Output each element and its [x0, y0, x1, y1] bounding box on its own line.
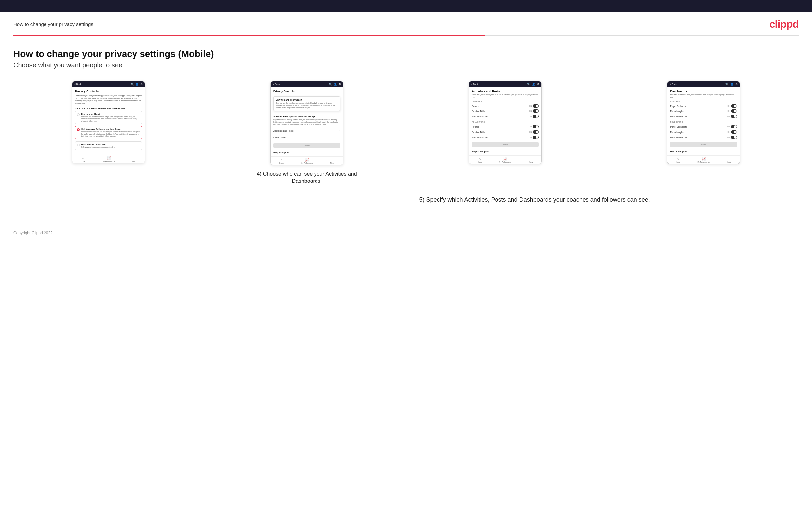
dashboards-label: Dashboards [273, 136, 286, 139]
mob-content-2: Privacy Controls Only You and Your Coach… [271, 87, 343, 156]
coaches-rounds-label: Rounds [471, 105, 479, 107]
toggle-followers-drills[interactable] [533, 130, 539, 134]
followers-manual-toggle[interactable]: ON [529, 136, 539, 139]
screenshot-group-4: < Back 🔍 👤 ⚙ Dashboards Select the dashb… [608, 81, 799, 164]
toggle-followers-manual[interactable] [533, 136, 539, 139]
navbar-icons-3: 🔍 👤 ⚙ [527, 82, 539, 86]
chart-icon-4: 📈 [702, 157, 706, 161]
radio-only-you[interactable]: Only You and Your Coach Only you and the… [75, 142, 142, 150]
followers-what-to-work-toggle[interactable]: ON [727, 136, 737, 139]
toggle-followers-player-dashboard[interactable] [731, 125, 737, 128]
followers-round-insights-toggle[interactable]: ON [727, 130, 737, 134]
nav-menu-4[interactable]: ☰ Menu [727, 157, 731, 163]
feature-title-2: Show or hide specific features in Clippd [273, 115, 341, 118]
chart-icon-2: 📈 [305, 158, 309, 162]
dashboards-row[interactable]: Dashboards › [273, 134, 341, 141]
coaches-drills-toggle[interactable]: ON [529, 110, 539, 113]
toggle-followers-round-insights[interactable] [731, 130, 737, 134]
nav-menu-1[interactable]: ☰ Menu [132, 156, 136, 162]
coaches-what-to-work-row: What To Work On ON [670, 114, 737, 119]
search-icon-4[interactable]: 🔍 [725, 82, 729, 86]
toggle-coaches-rounds[interactable] [533, 104, 539, 108]
coaches-label-3: COACHES [471, 100, 539, 102]
nav-home-1[interactable]: ⌂ Home [81, 156, 85, 162]
followers-what-to-work-row: What To Work On ON [670, 135, 737, 140]
followers-what-to-work-label: What To Work On [670, 136, 687, 139]
settings-icon-3[interactable]: ⚙ [537, 82, 539, 86]
dashboards-desc: Select the dashboards that you'd like to… [670, 94, 737, 98]
followers-player-dashboard-toggle[interactable]: ON [727, 125, 737, 128]
dashboards-title: Dashboards [670, 90, 737, 93]
nav-home-3[interactable]: ⌂ Home [477, 157, 482, 163]
toggle-coaches-drills[interactable] [533, 110, 539, 113]
radio-approved[interactable]: Only Approved Followers and Your Coach O… [75, 126, 142, 139]
mobile-screen-2: < Back 🔍 👤 ⚙ Privacy Controls Only You a… [270, 81, 343, 165]
help-support-3[interactable]: Help & Support [471, 150, 539, 153]
people-icon-3[interactable]: 👤 [532, 82, 536, 86]
search-icon-1[interactable]: 🔍 [131, 82, 134, 86]
people-icon-4[interactable]: 👤 [730, 82, 733, 86]
nav-performance-3[interactable]: 📈 My Performance [499, 157, 511, 163]
toggle-coaches-manual[interactable] [533, 115, 539, 118]
toggle-followers-what-to-work[interactable] [731, 136, 737, 139]
toggle-followers-rounds[interactable] [533, 125, 539, 128]
radio-circle-1 [77, 113, 80, 116]
back-btn-3[interactable]: < Back [471, 83, 478, 85]
settings-icon-2[interactable]: ⚙ [339, 82, 341, 86]
coaches-drills-label: Practice Drills [471, 110, 485, 112]
coaches-manual-toggle[interactable]: ON [529, 115, 539, 118]
followers-manual-row: Manual Activities ON [471, 135, 539, 140]
followers-drills-toggle[interactable]: ON [529, 130, 539, 134]
followers-rounds-label: Rounds [471, 126, 479, 128]
search-icon-3[interactable]: 🔍 [527, 82, 530, 86]
who-can-see-title: Who Can See Your Activities and Dashboar… [75, 108, 142, 110]
coaches-what-to-work-toggle[interactable]: ON [727, 115, 737, 118]
radio-everyone[interactable]: Everyone on Clippd Everyone on Clippd ca… [75, 111, 142, 124]
mob-bottom-nav-4: ⌂ Home 📈 My Performance ☰ Menu [667, 155, 740, 164]
main-content: How to change your privacy settings (Mob… [0, 36, 812, 211]
toggle-coaches-player-dashboard[interactable] [731, 104, 737, 108]
activities-posts-title: Activities and Posts [471, 90, 539, 93]
settings-icon-4[interactable]: ⚙ [735, 82, 738, 86]
followers-rounds-row: Rounds ON [471, 124, 539, 129]
screenshots-row: < Back 🔍 👤 ⚙ Privacy Controls Control ho… [13, 81, 799, 185]
coaches-label-4: COACHES [670, 100, 737, 102]
nav-menu-3[interactable]: ☰ Menu [529, 157, 533, 163]
settings-icon-1[interactable]: ⚙ [141, 82, 143, 86]
coaches-player-dashboard-toggle[interactable]: ON [727, 104, 737, 108]
followers-round-insights-row: Round Insights ON [670, 129, 737, 135]
radio-everyone-text: Everyone on Clippd Everyone on Clippd ca… [81, 113, 140, 122]
save-btn-2[interactable]: Save [273, 143, 341, 148]
coaches-rounds-toggle[interactable]: ON [529, 104, 539, 108]
people-icon-2[interactable]: 👤 [334, 82, 337, 86]
nav-home-4[interactable]: ⌂ Home [676, 157, 680, 163]
save-btn-3[interactable]: Save [471, 142, 539, 147]
back-btn-2[interactable]: < Back [273, 83, 280, 85]
search-icon-2[interactable]: 🔍 [329, 82, 332, 86]
nav-home-2[interactable]: ⌂ Home [279, 158, 284, 164]
save-btn-4[interactable]: Save [670, 142, 737, 147]
nav-performance-4[interactable]: 📈 My Performance [698, 157, 710, 163]
divider-2 [273, 113, 341, 113]
activities-posts-row[interactable]: Activities and Posts › [273, 128, 341, 134]
privacy-tab-2[interactable]: Privacy Controls [273, 90, 295, 94]
coaches-round-insights-toggle[interactable]: ON [727, 110, 737, 113]
help-support-4[interactable]: Help & Support [670, 150, 737, 153]
followers-rounds-toggle[interactable]: ON [529, 125, 539, 128]
coaches-manual-row: Manual Activities ON [471, 114, 539, 119]
back-btn-1[interactable]: < Back [74, 83, 82, 85]
toggle-coaches-what-to-work[interactable] [731, 115, 737, 118]
toggle-coaches-round-insights[interactable] [731, 110, 737, 113]
followers-label-3: FOLLOWERS [471, 121, 539, 123]
coaches-round-insights-row: Round Insights ON [670, 109, 737, 114]
mob-navbar-3: < Back 🔍 👤 ⚙ [469, 81, 541, 87]
nav-performance-2[interactable]: 📈 My Performance [301, 158, 313, 164]
nav-performance-1[interactable]: 📈 My Performance [103, 156, 115, 162]
coaches-player-dashboard-row: Player Dashboard ON [670, 103, 737, 109]
home-icon-3: ⌂ [479, 157, 481, 161]
privacy-controls-title-1: Privacy Controls [75, 90, 142, 93]
back-btn-4[interactable]: < Back [669, 83, 676, 85]
nav-menu-2[interactable]: ☰ Menu [330, 158, 335, 164]
help-support-2[interactable]: Help & Support [273, 151, 341, 154]
people-icon-1[interactable]: 👤 [136, 82, 139, 86]
